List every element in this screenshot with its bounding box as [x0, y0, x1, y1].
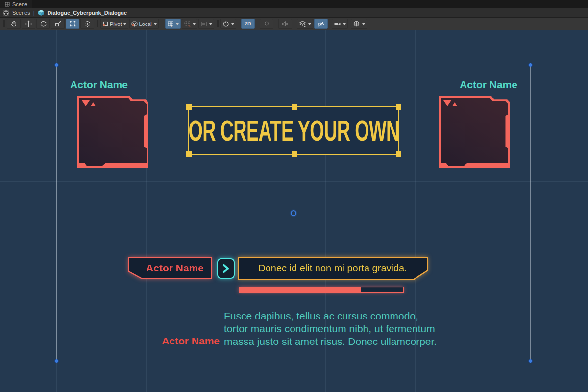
chevron-down-icon: [123, 23, 126, 25]
typewriter-progress-fill: [239, 287, 361, 292]
unity-scene-view-window: Scene Scenes | Dialogue_Cyberpunk_Dialog…: [0, 0, 588, 392]
chevron-down-icon: [343, 23, 346, 25]
paragraph-line: Fusce dapibus, tellus ac cursus commodo,: [224, 310, 437, 322]
scene-toolbar: Pivot Local Y 2D: [0, 18, 588, 30]
portrait-image-left: [79, 98, 147, 166]
move-icon: [25, 20, 32, 27]
scale-icon: [54, 20, 62, 27]
paragraph-line: tortor mauris condimentum nibh, ut ferme…: [224, 322, 437, 335]
handle-rotation-dropdown[interactable]: Local: [129, 19, 158, 29]
grid-visibility-button[interactable]: Y: [165, 19, 181, 29]
hand-tool-button[interactable]: [7, 19, 21, 29]
breadcrumb-asset-name[interactable]: Dialogue_Cyberpunk_Dialogue: [48, 10, 127, 16]
2d-mode-toggle[interactable]: 2D: [241, 19, 255, 29]
title-text: OR CREATE YOUR OWN: [188, 114, 399, 147]
rect-handle-bottom-right[interactable]: [396, 151, 401, 157]
portrait-corner-triangle-icon: [452, 102, 457, 106]
rect-handle-top-left[interactable]: [186, 104, 192, 110]
rect-tool-button[interactable]: [66, 19, 79, 29]
tab-bar: Scene: [0, 0, 588, 8]
actor-portrait-frame-right[interactable]: [439, 96, 510, 168]
dialogue-name-box[interactable]: Actor Name: [128, 257, 212, 279]
rect-handle-top-right[interactable]: [396, 104, 401, 110]
chevron-down-icon: [308, 23, 311, 25]
typewriter-progress-bar[interactable]: [239, 287, 404, 293]
canvas-corner-handle[interactable]: [528, 359, 533, 363]
rotate-icon: [40, 20, 47, 27]
portrait-corner-triangle-icon: [443, 100, 451, 106]
actor-name-label-right[interactable]: Actor Name: [449, 79, 528, 91]
move-tool-button[interactable]: [22, 19, 35, 29]
local-cube-icon: [131, 21, 138, 27]
tool-group-grid-snap: Y: [165, 19, 214, 29]
chevron-down-icon: [362, 23, 365, 25]
gizmos-dropdown[interactable]: [351, 19, 367, 29]
dialogue-text: Donec id elit non mi porta gravida.: [258, 263, 407, 274]
shading-mode-dropdown[interactable]: [220, 19, 236, 29]
effects-dropdown[interactable]: [297, 19, 313, 29]
lightbulb-icon: [263, 21, 270, 27]
canvas-corner-handle[interactable]: [54, 63, 59, 67]
breadcrumb-separator: |: [33, 10, 35, 16]
local-label: Local: [139, 21, 151, 27]
rect-handle-top-center[interactable]: [292, 104, 297, 110]
rect-handle-bottom-center[interactable]: [292, 151, 297, 157]
camera-icon: [334, 21, 341, 27]
transform-tool-button[interactable]: [80, 19, 94, 29]
paragraph-text[interactable]: Fusce dapibus, tellus ac cursus commodo,…: [224, 310, 437, 348]
grid-icon: Y: [167, 21, 174, 27]
tool-group-transform-tools: [7, 19, 94, 29]
dialogue-name-text: Actor Name: [146, 262, 204, 274]
scene-viewport[interactable]: Actor Name Actor Name OR CREATE YOUR OWN: [0, 30, 588, 392]
pivot-icon: [102, 21, 109, 27]
breadcrumb: Scenes | Dialogue_Cyberpunk_Dialogue: [0, 8, 588, 18]
snap-increment-button[interactable]: [198, 19, 214, 29]
grid-snapping-button[interactable]: [182, 19, 197, 29]
toolbar-separator: [162, 20, 162, 27]
portrait-image-right: [441, 98, 508, 166]
chevron-down-icon: [231, 23, 234, 25]
scene-audio-toggle[interactable]: [278, 19, 292, 29]
rotate-tool-button[interactable]: [36, 19, 50, 29]
grid-tab-icon: [5, 2, 10, 7]
selection-pivot-handle[interactable]: [291, 210, 296, 216]
toolbar-separator: [97, 20, 98, 27]
title-banner[interactable]: OR CREATE YOUR OWN: [188, 106, 399, 155]
breadcrumb-root[interactable]: Scenes: [12, 10, 30, 16]
chevron-down-icon: [193, 23, 196, 25]
scale-tool-button[interactable]: [51, 19, 65, 29]
svg-text:Y: Y: [171, 24, 172, 27]
scene-lighting-toggle[interactable]: [260, 19, 273, 29]
continue-chevron-icon: [222, 264, 229, 273]
audio-muted-icon: [281, 20, 289, 27]
pivot-mode-dropdown[interactable]: Pivot: [100, 19, 128, 29]
prefab-cube-icon: [38, 9, 45, 16]
tab-scene[interactable]: Scene: [0, 0, 32, 8]
actor-name-label-left[interactable]: Actor Name: [60, 79, 138, 91]
chevron-down-icon: [176, 23, 179, 25]
hand-icon: [10, 20, 18, 27]
rect-handle-bottom-left[interactable]: [186, 151, 192, 157]
canvas-corner-handle[interactable]: [528, 63, 533, 67]
effects-layers-icon: [299, 20, 306, 27]
paragraph-line: massa justo sit amet risus. Donec ullamc…: [224, 335, 437, 348]
paragraph-actor-name[interactable]: Actor Name: [152, 335, 220, 347]
scene-visibility-toggle[interactable]: [314, 19, 328, 29]
chevron-down-icon: [154, 23, 157, 25]
tab-scene-label: Scene: [12, 1, 27, 7]
rect-tool-icon: [69, 20, 76, 27]
portrait-corner-triangle-icon: [91, 102, 96, 106]
grid-snap-icon: [184, 21, 191, 27]
eye-slash-icon: [317, 21, 325, 27]
toolbar-separator: [3, 20, 4, 27]
2d-label: 2D: [245, 21, 251, 26]
camera-preview-dropdown[interactable]: [332, 19, 348, 29]
canvas-corner-handle[interactable]: [54, 359, 59, 363]
dialogue-text-box[interactable]: Donec id elit non mi porta gravida.: [238, 257, 428, 280]
portrait-corner-triangle-icon: [82, 100, 90, 106]
pivot-label: Pivot: [110, 21, 122, 27]
continue-button[interactable]: [217, 258, 235, 279]
chevron-down-icon: [209, 23, 212, 25]
shaded-sphere-icon: [222, 21, 229, 27]
actor-portrait-frame-left[interactable]: [77, 96, 148, 168]
